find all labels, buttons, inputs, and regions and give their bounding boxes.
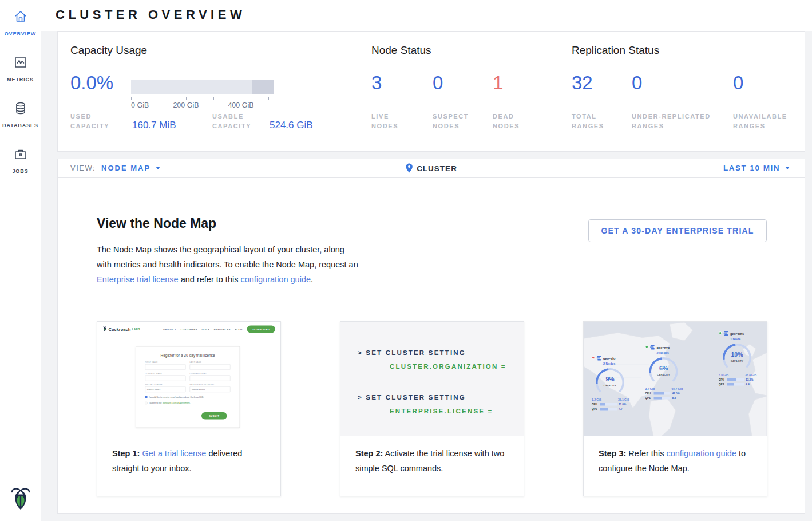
locality-capacity-percent: 9%: [596, 376, 624, 383]
dead-nodes-label: DEAD NODES: [493, 112, 520, 131]
mini-checkbox-empty: [145, 402, 148, 404]
map-locality-ams: geo=ams1 Node 10% CAPACITY 3.6 GiB36.4 G…: [719, 331, 767, 386]
mini-nav-customers: CUSTOMERS: [181, 328, 197, 331]
get-trial-license-link[interactable]: Get a trial license: [142, 449, 206, 458]
breadcrumb-cluster: CLUSTER: [405, 159, 457, 178]
under-replicated-ranges-label: UNDER-REPLICATED RANGES: [632, 112, 711, 131]
capacity-used: 3.7 GiB: [645, 388, 655, 391]
node-group-icon: [650, 345, 655, 350]
sidebar-item-databases[interactable]: DATABASES: [0, 92, 41, 137]
sidebar-label-jobs: JOBS: [12, 168, 28, 174]
mini-license-link: Software License Agreement.: [163, 402, 191, 405]
mini-first-name-input: [145, 364, 186, 370]
step1-prefix: Step 1:: [112, 449, 140, 458]
chevron-down-icon: [156, 167, 160, 169]
sidebar-item-overview[interactable]: OVERVIEW: [0, 0, 41, 46]
cpu-bar: [727, 378, 744, 381]
configuration-guide-link[interactable]: configuration guide: [666, 449, 736, 458]
mini-field-label: COMPANY EMAIL: [190, 373, 231, 375]
view-selector-dropdown[interactable]: NODE MAP: [101, 164, 160, 172]
usable-capacity-label: USABLE CAPACITY: [212, 112, 251, 131]
capacity-gauge-reserved-segment: [252, 80, 274, 94]
node-map-intro: The Node Map shows the geographical layo…: [97, 242, 359, 287]
mini-brand-suffix: LABS: [132, 328, 140, 331]
step1-caption: Step 1: Get a trial license delivered st…: [97, 436, 280, 476]
step2-caption: Step 2: Activate the trial license with …: [340, 436, 524, 476]
mini-field-label: REASON FOR INTEREST: [190, 384, 231, 386]
mini-field-label: PROJECT PHASE: [145, 384, 186, 386]
sidebar-item-jobs[interactable]: JOBS: [0, 137, 41, 183]
page-title: CLUSTER OVERVIEW: [56, 7, 245, 22]
mini-field-label: FIRST NAME: [145, 361, 186, 364]
qps-bar: [600, 408, 617, 411]
mini-download-button: DOWNLOAD: [247, 326, 276, 333]
step3-card: geo=sfo2 Nodes 9% CAPACITY 3.2 GiB35.1 G…: [583, 321, 767, 496]
mini-form-title: Register for a 30-day trial license: [145, 353, 231, 358]
locality-capacity-percent: 10%: [723, 352, 751, 358]
enterprise-trial-button[interactable]: GET A 30-DAY ENTERPRISE TRIAL: [588, 219, 767, 242]
mini-submit-button: SUBMIT: [201, 412, 227, 420]
step3-text: Refer this: [626, 449, 666, 458]
dead-nodes-count: 1: [493, 72, 503, 94]
locality-node-count: 2 Nodes: [603, 362, 615, 365]
sidebar-item-metrics[interactable]: METRICS: [0, 46, 41, 92]
qps-label: QPS: [592, 408, 599, 411]
capacity-used: 3.2 GiB: [592, 398, 601, 402]
mini-nav-links: PRODUCT CUSTOMERS DOCS RESOURCES BLOG: [163, 328, 242, 331]
map-pin-icon: [405, 163, 413, 175]
step2-card: > SET CLUSTER SETTING CLUSTER.ORGANIZATI…: [340, 321, 524, 496]
gauge-tick: [213, 97, 214, 100]
cluster-scope-label: CLUSTER: [417, 164, 457, 173]
gauge-tick-label-400: 400 GiB: [228, 101, 253, 109]
mini-company-email-input: [190, 376, 231, 381]
intro-text: .: [311, 275, 313, 284]
capacity-label: CAPACITY: [723, 360, 751, 362]
sidebar-label-databases: DATABASES: [2, 123, 38, 128]
gauge-tick: [268, 97, 269, 100]
unavailable-ranges-label: UNAVAILABLE RANGES: [733, 112, 787, 131]
total-ranges-count: 32: [572, 72, 593, 94]
sidebar: OVERVIEW METRICS DATABASES JOBS: [0, 0, 41, 521]
step2-prefix: Step 2:: [355, 449, 383, 458]
cpu-label: CPU: [645, 392, 652, 395]
qps-value: 8.8: [672, 397, 676, 400]
configuration-guide-link[interactable]: configuration guide: [240, 275, 311, 284]
capacity-label: CAPACITY: [596, 384, 624, 387]
suspect-nodes-count: 0: [433, 72, 443, 94]
step3-map-preview: geo=sfo2 Nodes 9% CAPACITY 3.2 GiB35.1 G…: [584, 322, 767, 436]
enterprise-trial-license-link[interactable]: Enterprise trial license: [97, 275, 179, 284]
used-capacity-label: USED CAPACITY: [70, 112, 109, 131]
database-icon: [13, 101, 28, 118]
time-range-dropdown[interactable]: LAST 10 MIN: [723, 164, 790, 172]
capacity-total: 65.7 GiB: [671, 388, 683, 391]
locality-name: geo=nyc: [657, 346, 670, 349]
gauge-tick: [159, 97, 159, 100]
mini-checkbox-checked: [145, 396, 148, 398]
gauge-tick: [186, 97, 187, 100]
locality-name: geo=sfo: [603, 357, 615, 360]
sidebar-label-overview: OVERVIEW: [5, 31, 37, 37]
locality-node-count: 2 Nodes: [657, 351, 669, 354]
gauge-tick: [131, 97, 132, 100]
step3-prefix: Step 3:: [599, 449, 626, 458]
unavailable-ranges-count: 0: [733, 72, 743, 94]
node-group-icon: [597, 356, 602, 361]
capacity-arc-gauge: 6% CAPACITY: [649, 357, 678, 386]
locality-capacity-percent: 6%: [649, 365, 678, 372]
cpu-label: CPU: [592, 403, 599, 406]
mini-trial-form: Register for a 30-day trial license FIRS…: [136, 346, 240, 428]
capacity-gauge: [131, 80, 274, 94]
capacity-arc-gauge: 10% CAPACITY: [723, 344, 751, 372]
status-dot-dead-icon: [592, 356, 595, 360]
view-selected-value: NODE MAP: [101, 164, 150, 172]
mini-brand-logo: Cockroach LABS: [102, 326, 140, 332]
capacity-total: 35.1 GiB: [618, 398, 629, 402]
divider: [97, 303, 767, 303]
qps-label: QPS: [645, 397, 652, 400]
live-nodes-label: LIVE NODES: [371, 112, 398, 131]
mini-reason-select: Please Select: [190, 386, 231, 392]
capacity-used-percent: 0.0%: [70, 72, 113, 94]
map-locality-sfo: geo=sfo2 Nodes 9% CAPACITY 3.2 GiB35.1 G…: [592, 356, 640, 411]
qps-value: 4.4: [746, 383, 750, 386]
step1-card: Cockroach LABS PRODUCT CUSTOMERS DOCS RE…: [97, 321, 281, 496]
